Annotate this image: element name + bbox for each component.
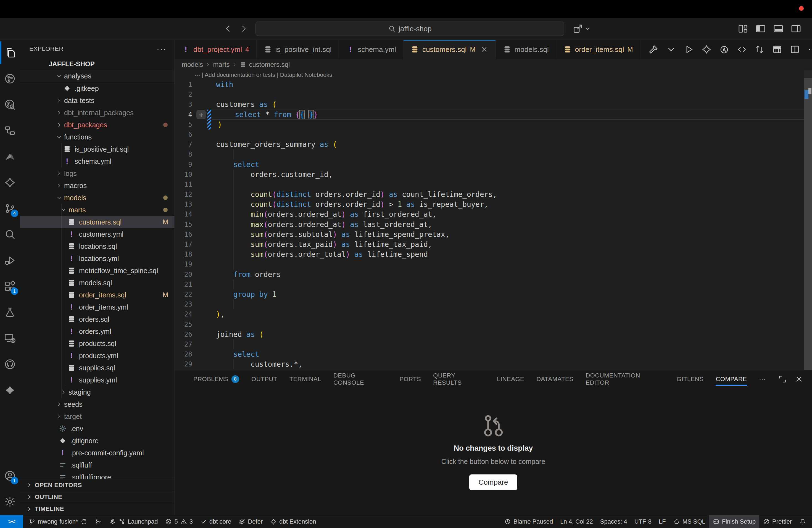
sidebar-more-actions[interactable]: ··· <box>157 44 166 54</box>
panel-tab-compare[interactable]: COMPARE <box>715 370 747 388</box>
tree-item-order-items.yml[interactable]: !order_items.yml <box>20 301 174 313</box>
tree-item-marts[interactable]: marts <box>20 204 174 216</box>
panel-tab--[interactable]: ··· <box>759 370 766 388</box>
tab-order-items.sql[interactable]: order_items.sqlM <box>556 40 640 59</box>
add-line-button[interactable]: + <box>197 110 206 119</box>
activitybar-item-explorer[interactable] <box>0 40 20 66</box>
statusbar-defer-status[interactable]: Defer <box>235 515 266 528</box>
tab-is-positive-int.sql[interactable]: is_positive_int.sql <box>257 40 339 59</box>
activitybar-item-github[interactable] <box>0 351 20 377</box>
activitybar-item-accounts[interactable]: 1 <box>0 463 20 489</box>
tree-item-locations.sql[interactable]: locations.sql <box>20 240 174 252</box>
tree-item-order-items.sql[interactable]: order_items.sqlM <box>20 289 174 301</box>
tree-item-.sqlfluffignore[interactable]: .sqlfluffignore <box>20 471 174 479</box>
tree-item-.gitkeep[interactable]: .gitkeep <box>20 82 174 94</box>
tree-item-dbt-packages[interactable]: dbt_packages <box>20 119 174 131</box>
panel-tab-datamates[interactable]: DATAMATES <box>536 370 574 388</box>
run-model-button[interactable] <box>684 44 694 55</box>
datapilot-preview-button[interactable] <box>719 44 729 55</box>
statusbar-eol[interactable]: LF <box>655 515 669 528</box>
panel-tab-debug-console[interactable]: DEBUG CONSOLE <box>333 370 387 388</box>
share-chevron-icon[interactable] <box>584 25 591 32</box>
statusbar-notifications[interactable] <box>795 515 810 528</box>
statusbar-cursor-position[interactable]: Ln 4, Col 22 <box>556 515 597 528</box>
statusbar-dbt-extension-status[interactable]: dbt Extension <box>266 515 320 528</box>
panel-tab-output[interactable]: OUTPUT <box>251 370 277 388</box>
activitybar-item-dbt-lineage[interactable] <box>0 66 20 92</box>
activitybar-item-settings[interactable] <box>0 489 20 515</box>
tree-item-customers.sql[interactable]: customers.sqlM <box>20 216 174 228</box>
activitybar-item-datapilot[interactable] <box>0 144 20 170</box>
statusbar-launchpad-status[interactable]: Launchpad <box>105 515 162 528</box>
breadcrumb-item[interactable]: models <box>182 61 203 69</box>
breadcrumb-item[interactable]: customers.sql <box>249 61 290 69</box>
scrollbar-thumb[interactable] <box>804 78 812 370</box>
tree-item-macros[interactable]: macros <box>20 179 174 192</box>
dbt-build-button[interactable] <box>648 44 659 55</box>
tree-item-.env[interactable]: .env <box>20 423 174 435</box>
panel-tab-query-results[interactable]: QUERY RESULTS <box>433 370 485 388</box>
git-compare-button[interactable] <box>754 44 765 55</box>
tree-item-dbt-internal-packages[interactable]: dbt_internal_packages <box>20 107 174 119</box>
activitybar-item-dbt-query-analysis[interactable] <box>0 92 20 118</box>
build-dropdown-chevron[interactable] <box>666 44 677 55</box>
activitybar-item-dbt-actions[interactable] <box>0 377 20 403</box>
tree-item-schema.yml[interactable]: !schema.yml <box>20 155 174 167</box>
share-icon[interactable] <box>572 23 583 34</box>
activitybar-item-run-and-debug[interactable] <box>0 247 20 274</box>
panel-tab-documentation-editor[interactable]: DOCUMENTATION EDITOR <box>585 370 665 388</box>
tree-item-models[interactable]: models <box>20 192 174 204</box>
tree-item-products.yml[interactable]: !products.yml <box>20 350 174 362</box>
activitybar-item-extensions[interactable]: 1 <box>0 274 20 299</box>
activitybar-item-testing[interactable] <box>0 299 20 325</box>
tree-item-functions[interactable]: functions <box>20 131 174 143</box>
remote-indicator[interactable]: >< <box>0 515 23 528</box>
tree-item-supplies.yml[interactable]: !supplies.yml <box>20 374 174 386</box>
dbt-power-user-button[interactable] <box>701 44 712 55</box>
panel-tab-lineage[interactable]: LINEAGE <box>497 370 524 388</box>
navigate-back-icon[interactable] <box>223 24 233 34</box>
close-icon[interactable] <box>480 45 488 54</box>
more-actions-button[interactable] <box>807 44 812 55</box>
codelens-actions[interactable]: ··· | Add documentation or tests | Datap… <box>175 70 812 79</box>
breadcrumb[interactable]: modelsmartscustomers.sql <box>175 59 812 70</box>
statusbar-git-branch-status[interactable]: mwong-fusion* <box>25 515 91 528</box>
tree-item-analyses[interactable]: analyses <box>20 70 174 82</box>
sidebar-section-timeline[interactable]: TIMELINE <box>20 503 174 515</box>
tree-item-staging[interactable]: staging <box>20 386 174 398</box>
maximize-panel-icon[interactable] <box>778 375 787 384</box>
toggle-primary-sidebar-icon[interactable] <box>755 23 766 34</box>
tree-item-supplies.sql[interactable]: supplies.sql <box>20 362 174 374</box>
sidebar-section-outline[interactable]: OUTLINE <box>20 491 174 503</box>
tree-item-orders.sql[interactable]: orders.sql <box>20 313 174 325</box>
tab-schema.yml[interactable]: !schema.yml <box>339 40 404 59</box>
panel-tab-ports[interactable]: PORTS <box>400 370 421 388</box>
navigate-forward-icon[interactable] <box>238 24 249 34</box>
tree-item-.pre-commit-config.yaml[interactable]: !.pre-commit-config.yaml <box>20 447 174 459</box>
statusbar-blame-status[interactable]: Blame Paused <box>501 515 556 528</box>
activitybar-item-source-control[interactable]: 4 <box>0 195 20 221</box>
share-button[interactable] <box>572 23 591 35</box>
tree-item-orders.yml[interactable]: !orders.yml <box>20 325 174 337</box>
statusbar-encoding[interactable]: UTF-8 <box>631 515 655 528</box>
close-panel-icon[interactable] <box>794 375 804 384</box>
tree-item-is-positive-int.sql[interactable]: is_positive_int.sql <box>20 143 174 155</box>
tree-item-customers.yml[interactable]: !customers.yml <box>20 228 174 240</box>
toggle-secondary-sidebar-icon[interactable] <box>791 23 801 34</box>
customize-layout-icon[interactable] <box>737 23 749 34</box>
activitybar-item-remote-explorer[interactable] <box>0 325 20 351</box>
activitybar-item-dbt-power-user[interactable] <box>0 170 20 195</box>
statusbar-prettier-status[interactable]: Prettier <box>759 515 795 528</box>
command-center-search[interactable]: jaffle-shop <box>256 21 564 36</box>
tree-item-seeds[interactable]: seeds <box>20 398 174 410</box>
statusbar-dbt-core-status[interactable]: dbt core <box>197 515 235 528</box>
tree-item-target[interactable]: target <box>20 410 174 423</box>
split-editor-button[interactable] <box>789 44 800 55</box>
tree-item-.gitignore[interactable]: .gitignore <box>20 435 174 447</box>
sidebar-section-open-editors[interactable]: OPEN EDITORS <box>20 479 174 491</box>
panel-tab-problems[interactable]: PROBLEMS8 <box>193 370 239 388</box>
compare-button[interactable]: Compare <box>469 474 518 490</box>
statusbar-indentation[interactable]: Spaces: 4 <box>597 515 631 528</box>
panel-tab-gitlens[interactable]: GITLENS <box>677 370 704 388</box>
tab-customers.sql[interactable]: customers.sqlM <box>404 40 495 59</box>
